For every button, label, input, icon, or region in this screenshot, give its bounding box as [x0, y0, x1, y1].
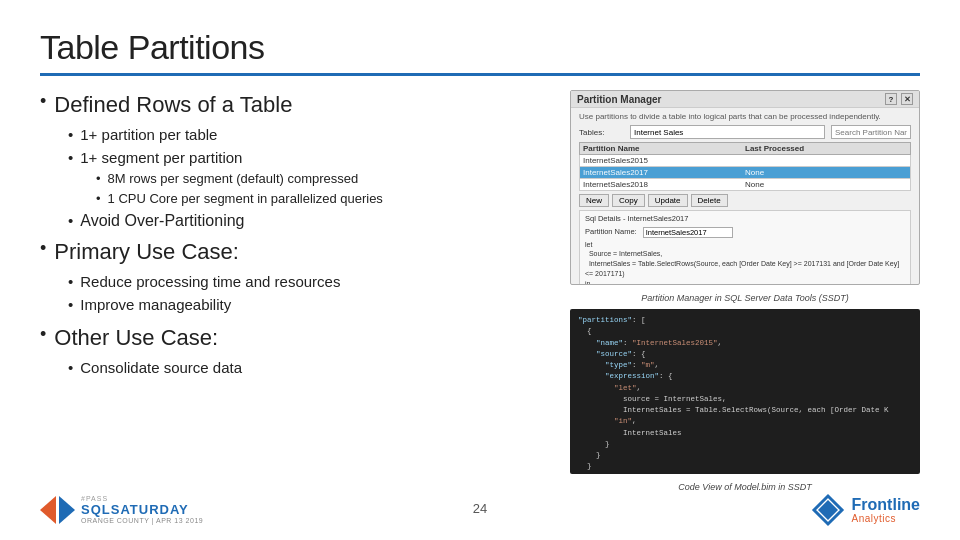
code-box: "partitions": [ { "name": "InternetSales…: [570, 309, 920, 474]
code-name-val: "InternetSales2015": [632, 339, 718, 347]
pm-table-data-row-1[interactable]: InternetSales2017 None: [579, 167, 911, 179]
bullet-segment-per-partition: • 1+ segment per partition: [68, 147, 550, 168]
sub-bullets-primary: • Reduce processing time and resources •…: [68, 271, 550, 315]
pm-copy-btn[interactable]: Copy: [612, 194, 645, 207]
code-expr-key: "expression": [605, 372, 659, 380]
bullet-dot: •: [40, 90, 46, 113]
bullet-reduce: • Reduce processing time and resources: [68, 271, 550, 292]
pm-new-btn[interactable]: New: [579, 194, 609, 207]
bullet-l3-dot: •: [96, 170, 101, 188]
pm-detail-section: Sql Details - InternetSales2017 Partitio…: [579, 210, 911, 285]
bullet-8m: • 8M rows per segment (default) compress…: [96, 170, 550, 188]
code-source-colon: : {: [632, 350, 646, 358]
bullet-8m-text: 8M rows per segment (default) compressed: [108, 170, 359, 188]
bullet-l2-dot-3: •: [68, 210, 73, 231]
code-in: "in": [614, 417, 632, 425]
pm-subtitle: Use partitions to divide a table into lo…: [579, 112, 911, 121]
slide-title: Table Partitions: [40, 28, 920, 67]
slide: Table Partitions • Defined Rows of a Tab…: [0, 0, 960, 540]
bullet-dot-other: •: [40, 323, 46, 346]
sub-bullets-other: • Consolidate source data: [68, 357, 550, 378]
code-source-key: "source": [596, 350, 632, 358]
bullet-segment-text: 1+ segment per partition: [80, 147, 242, 168]
pm-row-name-1: InternetSales2017: [583, 168, 745, 177]
page-number: 24: [473, 501, 487, 516]
code-indent1-close: }: [578, 462, 592, 470]
pm-table-data-row-2[interactable]: InternetSales2018 None: [579, 179, 911, 191]
bullet-primary-text: Primary Use Case:: [54, 237, 239, 267]
code-indent4-let: [578, 384, 614, 392]
pm-table-input[interactable]: [630, 125, 825, 139]
pm-partition-name-input[interactable]: [643, 227, 733, 238]
code-caption: Code View of Model.bim in SSDT: [570, 482, 920, 492]
pm-row-processed-2: None: [745, 180, 907, 189]
code-indent4-in: [578, 417, 614, 425]
pm-update-btn[interactable]: Update: [648, 194, 688, 207]
section-primary-use: • Primary Use Case: • Reduce processing …: [40, 237, 550, 315]
pm-row-name-0: InternetSales2015: [583, 156, 745, 165]
frontline-text-block: Frontline Analytics: [852, 496, 920, 525]
bullet-l2-dot: •: [68, 124, 73, 145]
pm-partition-name-label: Partition Name:: [585, 227, 637, 238]
bullet-partition-per-table-text: 1+ partition per table: [80, 124, 217, 145]
code-type-val: "m": [641, 361, 655, 369]
code-indent5-src: source = InternetSales,: [578, 395, 727, 403]
pm-row-name-2: InternetSales2018: [583, 180, 745, 189]
code-colon: : [: [632, 316, 646, 324]
arrow-right-icon: [59, 496, 75, 524]
content-area: • Defined Rows of a Table • 1+ partition…: [40, 90, 920, 492]
pm-search-input[interactable]: [831, 125, 911, 139]
pm-action-btns: New Copy Update Delete: [579, 194, 911, 207]
bullet-consolidate-text: Consolidate source data: [80, 357, 242, 378]
arrow-left-icon: [40, 496, 56, 524]
code-name-colon: :: [623, 339, 632, 347]
frontline-company-name: Frontline: [852, 496, 920, 514]
pm-caption: Partition Manager in SQL Server Data Too…: [570, 293, 920, 303]
bullet-improve: • Improve manageability: [68, 294, 550, 315]
sql-sat-event-name: SQLSATURDAY: [81, 503, 203, 517]
frontline-company-sub: Analytics: [852, 513, 920, 524]
pm-close-btn[interactable]: ✕: [901, 93, 913, 105]
logo-arrows: [40, 496, 75, 524]
sql-saturday-text-block: #PASS SQLSATURDAY ORANGE COUNTY | APR 13…: [81, 495, 203, 525]
code-partitions-key: "partitions": [578, 316, 632, 324]
bullet-defined-rows-text: Defined Rows of a Table: [54, 90, 292, 120]
pm-delete-btn[interactable]: Delete: [691, 194, 728, 207]
code-comma4: ,: [632, 417, 637, 425]
bullet-other-use: • Other Use Case:: [40, 323, 550, 353]
code-comma3: ,: [637, 384, 642, 392]
code-indent3-expr: [578, 372, 605, 380]
pm-col-name: Partition Name: [583, 144, 745, 153]
code-type-key: "type": [605, 361, 632, 369]
footer: #PASS SQLSATURDAY ORANGE COUNTY | APR 13…: [40, 492, 920, 528]
right-panel: Partition Manager ? ✕ Use partitions to …: [570, 90, 920, 492]
bullet-avoid-over: • Avoid Over-Partitioning: [68, 210, 550, 232]
pm-titlebar: Partition Manager ? ✕: [571, 91, 919, 108]
left-panel: • Defined Rows of a Table • 1+ partition…: [40, 90, 550, 492]
code-indent3-type: [578, 361, 605, 369]
code-comma1: ,: [718, 339, 723, 347]
section-defined-rows: • Defined Rows of a Table • 1+ partition…: [40, 90, 550, 232]
pm-title: Partition Manager: [577, 94, 661, 105]
bullet-consolidate-dot: •: [68, 357, 73, 378]
pm-table-data-row-0[interactable]: InternetSales2015: [579, 155, 911, 167]
code-outer-close: ]: [578, 474, 583, 475]
bullet-dot-primary: •: [40, 237, 46, 260]
sub-bullets-defined: • 1+ partition per table • 1+ segment pe…: [68, 124, 550, 233]
pm-minimize-btn[interactable]: ?: [885, 93, 897, 105]
bullet-reduce-dot: •: [68, 271, 73, 292]
bullet-consolidate: • Consolidate source data: [68, 357, 550, 378]
pm-table-label: Tables:: [579, 128, 624, 137]
pm-detail-label: Sql Details - InternetSales2017: [585, 214, 905, 225]
pm-row-processed-1: None: [745, 168, 907, 177]
sub-sub-bullets: • 8M rows per segment (default) compress…: [96, 170, 550, 208]
code-indent5-is2: InternetSales: [578, 429, 682, 437]
bullet-defined-rows: • Defined Rows of a Table: [40, 90, 550, 120]
sql-saturday-logo: #PASS SQLSATURDAY ORANGE COUNTY | APR 13…: [40, 495, 203, 525]
pm-partition-name-row: Partition Name:: [585, 227, 905, 238]
sql-sat-event-sub: ORANGE COUNTY | APR 13 2019: [81, 517, 203, 525]
pm-controls: ? ✕: [885, 93, 913, 105]
code-indent1: {: [578, 327, 592, 335]
bullet-improve-dot: •: [68, 294, 73, 315]
pm-table-header: Partition Name Last Processed: [579, 142, 911, 155]
